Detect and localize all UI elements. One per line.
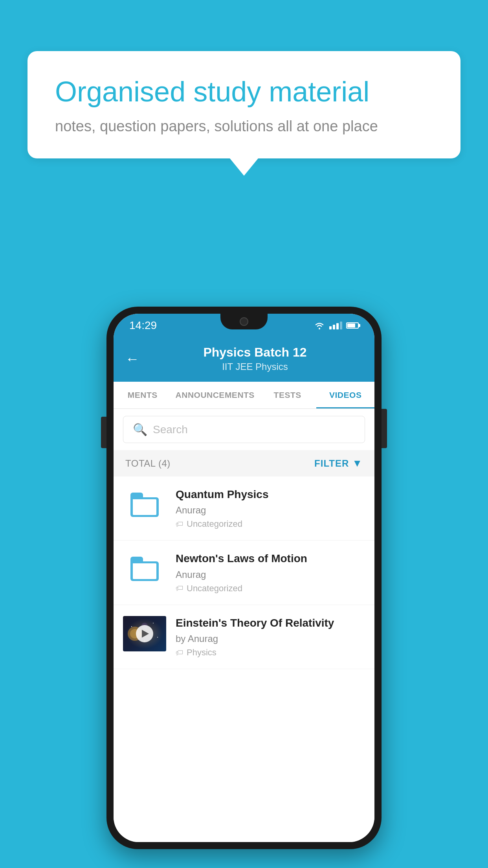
header-title: Physics Batch 12 — [147, 345, 363, 360]
speech-bubble-arrow — [230, 158, 258, 176]
video-tag: 🏷 Physics — [176, 647, 365, 658]
back-button[interactable]: ← — [125, 351, 139, 367]
tag-icon: 🏷 — [176, 520, 183, 529]
list-item[interactable]: Einstein's Theory Of Relativity by Anura… — [114, 605, 374, 669]
tag-label: Uncategorized — [187, 519, 242, 529]
tab-ments[interactable]: MENTS — [114, 382, 172, 408]
battery-icon — [346, 322, 359, 329]
tabs-bar: MENTS ANNOUNCEMENTS TESTS VIDEOS — [114, 382, 374, 409]
search-bar[interactable]: 🔍 Search — [123, 416, 365, 443]
status-time: 14:29 — [129, 319, 157, 332]
video-info: Einstein's Theory Of Relativity by Anura… — [176, 616, 365, 658]
video-title: Einstein's Theory Of Relativity — [176, 616, 365, 630]
video-info: Quantum Physics Anurag 🏷 Uncategorized — [176, 487, 365, 529]
tag-icon: 🏷 — [176, 584, 183, 593]
header-title-group: Physics Batch 12 IIT JEE Physics — [147, 345, 363, 372]
tag-icon: 🏷 — [176, 648, 183, 657]
speech-bubble-title: Organised study material — [55, 75, 433, 108]
video-tag: 🏷 Uncategorized — [176, 583, 365, 594]
speech-bubble: Organised study material notes, question… — [28, 51, 460, 158]
video-list: Quantum Physics Anurag 🏷 Uncategorized — [114, 476, 374, 842]
list-item[interactable]: Quantum Physics Anurag 🏷 Uncategorized — [114, 476, 374, 541]
app-header: ← Physics Batch 12 IIT JEE Physics — [114, 337, 374, 382]
status-bar: 14:29 — [114, 314, 374, 337]
status-icons — [314, 321, 359, 330]
wifi-icon — [314, 321, 325, 330]
svg-point-0 — [319, 328, 320, 329]
video-author: Anurag — [176, 569, 365, 580]
video-info: Newton's Laws of Motion Anurag 🏷 Uncateg… — [176, 552, 365, 593]
folder-icon — [130, 557, 159, 581]
total-count-label: TOTAL (4) — [125, 458, 171, 469]
search-container: 🔍 Search — [114, 409, 374, 450]
tag-label: Uncategorized — [187, 583, 242, 594]
video-author: Anurag — [176, 505, 365, 516]
list-item[interactable]: Newton's Laws of Motion Anurag 🏷 Uncateg… — [114, 541, 374, 605]
tab-tests[interactable]: TESTS — [259, 382, 317, 408]
filter-icon: ▼ — [352, 457, 363, 469]
header-subtitle: IIT JEE Physics — [147, 361, 363, 372]
search-placeholder: Search — [153, 423, 188, 436]
folder-icon — [130, 493, 159, 517]
video-author: by Anurag — [176, 633, 365, 644]
video-title: Quantum Physics — [176, 487, 365, 502]
speech-bubble-wrapper: Organised study material notes, question… — [28, 51, 460, 176]
tab-announcements[interactable]: ANNOUNCEMENTS — [172, 382, 259, 408]
notch — [220, 314, 268, 329]
signal-icon — [329, 322, 342, 329]
play-triangle-icon — [142, 630, 149, 638]
video-tag: 🏷 Uncategorized — [176, 519, 365, 529]
tab-videos[interactable]: VIDEOS — [316, 382, 374, 408]
phone-wrapper: 14:29 — [106, 307, 382, 849]
filter-label: FILTER — [314, 458, 349, 469]
camera-dot — [240, 317, 248, 326]
play-button[interactable] — [136, 625, 153, 642]
video-thumbnail — [123, 616, 166, 651]
search-icon: 🔍 — [133, 423, 147, 436]
phone-screen: 14:29 — [114, 314, 374, 842]
folder-icon-wrapper — [123, 487, 166, 523]
filter-button[interactable]: FILTER ▼ — [314, 457, 363, 469]
speech-bubble-subtitle: notes, question papers, solutions all at… — [55, 118, 433, 135]
filter-row: TOTAL (4) FILTER ▼ — [114, 450, 374, 476]
folder-icon-wrapper — [123, 552, 166, 587]
video-title: Newton's Laws of Motion — [176, 552, 365, 566]
phone-outer: 14:29 — [106, 307, 382, 849]
tag-label: Physics — [187, 647, 216, 658]
